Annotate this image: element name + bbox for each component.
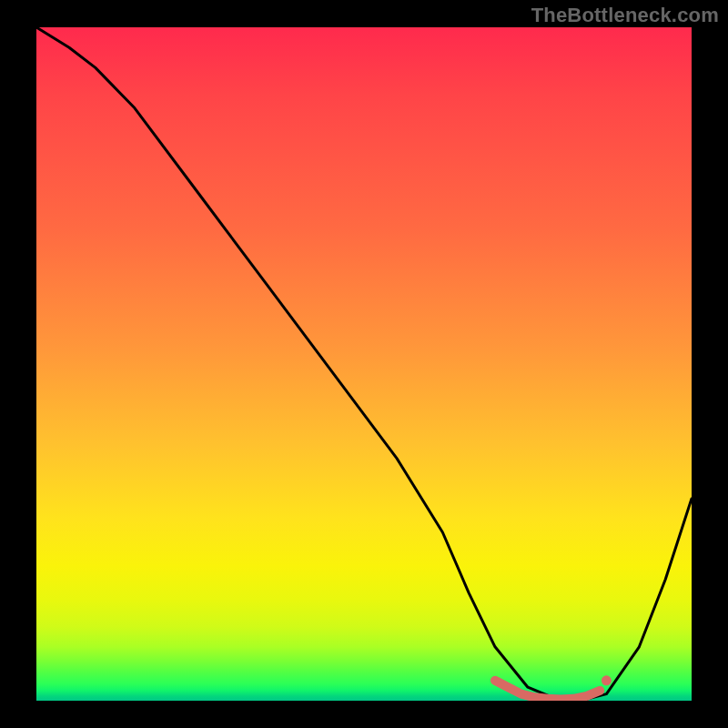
chart-svg (36, 27, 692, 701)
chart-frame: TheBottleneck.com (0, 0, 728, 728)
valley-end-dot (602, 675, 612, 685)
valley-marker (495, 681, 600, 700)
bottleneck-curve (36, 27, 692, 701)
plot-area (36, 27, 692, 701)
watermark-label: TheBottleneck.com (531, 4, 719, 27)
